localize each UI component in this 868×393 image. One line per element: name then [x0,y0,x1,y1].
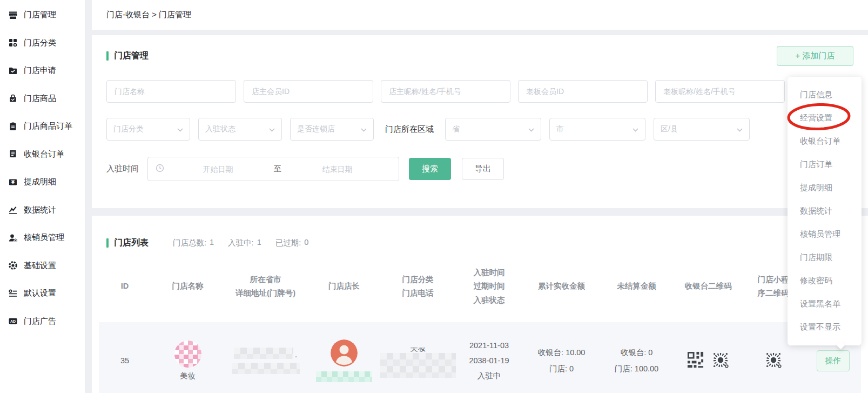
sidebar-item-label: 数据统计 [24,205,56,215]
sidebar-item-label: 门店商品订单 [24,121,72,131]
sidebar-item-verifier-management[interactable]: 核销员管理 [0,224,85,252]
menu-item-commission-details[interactable]: 提成明细 [788,176,862,199]
add-store-button[interactable]: + 添加门店 [777,46,853,66]
unsettled-cashier: 收银台: 0 [598,344,675,361]
title-accent-bar [106,51,109,61]
sidebar-item-basic-settings[interactable]: 基础设置 [0,252,85,280]
col-header-category-phone: 门店分类门店电话 [382,273,454,301]
chart-icon [8,205,18,215]
category-label: 美妆 [410,344,426,353]
cell-manager [306,339,382,382]
sidebar-item-store-goods-orders[interactable]: 门店商品订单 [0,112,85,141]
district-select[interactable]: 区/县 [654,118,750,141]
join-status-select[interactable]: 入驻状态 [198,118,282,141]
menu-item-store-orders[interactable]: 门店订单 [788,153,862,176]
menu-item-data-statistics[interactable]: 数据统计 [788,199,862,223]
sidebar-item-store-category[interactable]: 门店分类 [0,29,85,57]
breadcrumb: 门店-收银台 > 门店管理 [92,0,868,30]
boss-member-id-input[interactable] [518,80,648,103]
chain-store-select[interactable]: 是否连锁店 [290,118,374,141]
main-content: 门店-收银台 > 门店管理 门店管理 + 添加门店 门店分类 入驻状态 [92,0,868,393]
receipt-icon [8,149,18,159]
sidebar-item-data-statistics[interactable]: 数据统计 [0,196,85,224]
store-avatar[interactable] [174,341,201,368]
sidebar: 门店管理 门店分类 门店申请 门店商品 门店商品订单 收银台订单 ¥ 提成明细 … [0,0,85,393]
city-select[interactable]: 市 [549,118,645,141]
menu-item-set-hidden[interactable]: 设置不显示 [788,316,862,339]
cell-store-name: 美妆 [151,341,225,381]
search-button[interactable]: 搜索 [409,158,451,180]
select-placeholder: 市 [556,124,564,134]
province-select[interactable]: 省 [445,118,541,141]
clipboard-icon [8,122,18,131]
date-range-picker[interactable]: 至 [147,157,399,181]
menu-item-verifier-management[interactable]: 核销员管理 [788,223,862,246]
menu-item-business-settings[interactable]: 经营设置 [788,106,862,130]
stat-active-value: 1 [257,238,261,248]
shopping-bag-icon [8,94,18,103]
store-management-card: 门店管理 + 添加门店 门店分类 入驻状态 是否连锁店 门店所 [92,35,868,208]
menu-item-store-term[interactable]: 门店期限 [788,246,862,269]
store-category-select[interactable]: 门店分类 [106,118,190,141]
menu-item-set-blacklist[interactable]: 设置黑名单 [788,292,862,316]
date-separator: 至 [272,164,284,174]
owner-member-id-input[interactable] [244,80,373,103]
boss-nickname-input[interactable] [655,80,785,103]
store-table-row: 35 美妆 . 美妆 2021-11-03 2038-01-19 入驻中 [99,322,861,393]
svg-text:AD: AD [10,319,16,323]
store-list-card: 门店列表 门店总数:1 入驻中:1 已过期:0 ID 门店名称 所在省市详细地址… [92,216,868,393]
store-name-input[interactable] [106,80,236,103]
sidebar-item-default-settings[interactable]: 默认设置 [0,279,85,308]
svg-text:¥: ¥ [11,179,15,185]
person-gear-icon [8,233,18,243]
cell-id: 35 [99,356,151,365]
col-header-manager: 门店店长 [306,279,382,293]
select-placeholder: 区/县 [661,124,678,134]
sidebar-item-label: 门店申请 [24,65,56,76]
region-label: 门店所在区域 [385,124,434,135]
sidebar-item-store-management[interactable]: 门店管理 [0,1,85,29]
list-title: 门店列表 [106,237,149,249]
store-stats: 门店总数:1 入驻中:1 已过期:0 [173,238,308,248]
card-title: 门店管理 [106,50,149,62]
stat-active-label: 入驻中: [228,238,254,248]
menu-item-store-info[interactable]: 门店信息 [788,83,862,106]
cell-miniprogram-qr [742,350,805,371]
sidebar-item-cashier-orders[interactable]: 收银台订单 [0,141,85,169]
chevron-down-icon [633,125,638,134]
miniprogram-code-icon[interactable] [711,350,730,371]
owner-nickname-input[interactable] [381,80,510,103]
sidebar-item-label: 门店商品 [24,94,56,104]
grid-icon [8,38,18,48]
action-button[interactable]: 操作 [817,350,850,371]
sidebar-item-commission-details[interactable]: ¥ 提成明细 [0,168,85,196]
join-date: 2021-11-03 [454,338,524,353]
export-button[interactable]: 导出 [462,158,504,180]
stat-expired-value: 0 [304,238,308,248]
sidebar-item-store-ads[interactable]: AD 门店广告 [0,308,85,336]
received-cashier: 收银台: 10.00 [524,344,598,361]
blurred-phone [380,353,456,378]
qr-code-icon[interactable] [687,351,704,370]
folder-check-icon [8,66,18,76]
card-title-text: 门店管理 [114,50,149,62]
sidebar-item-store-goods[interactable]: 门店商品 [0,85,85,113]
cell-received: 收银台: 10.00 门店: 0 [524,344,598,377]
chevron-down-icon [737,125,743,134]
chevron-down-icon [528,125,534,134]
storefront-icon [8,10,18,20]
menu-item-cashier-orders[interactable]: 收银台订单 [788,130,862,153]
blurred-manager-name [316,371,372,382]
join-date-start-input[interactable] [164,165,272,174]
manager-avatar[interactable] [331,339,358,367]
sidebar-item-store-application[interactable]: 门店申请 [0,57,85,85]
miniprogram-code-icon[interactable] [764,350,783,371]
menu-item-change-password[interactable]: 修改密码 [788,269,862,292]
chevron-down-icon [177,125,183,134]
col-header-id: ID [99,279,151,293]
select-placeholder: 门店分类 [113,124,144,134]
blurred-address-line2 [232,363,300,374]
join-date-end-input[interactable] [284,165,391,174]
col-header-address: 所在省市详细地址(门牌号) [225,273,306,301]
sidebar-item-label: 提成明细 [24,177,56,187]
